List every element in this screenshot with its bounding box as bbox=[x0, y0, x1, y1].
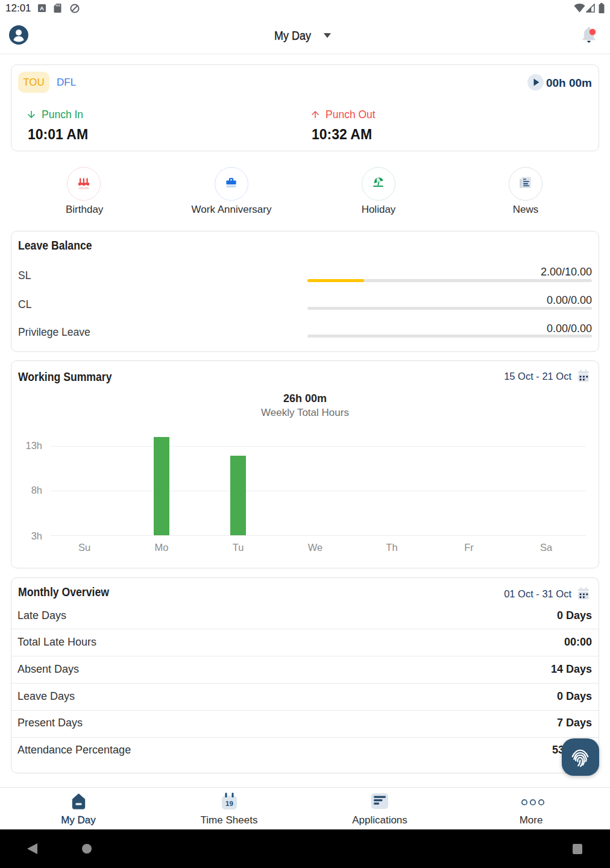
svg-text:19: 19 bbox=[225, 800, 233, 807]
svg-text:A: A bbox=[40, 5, 44, 11]
